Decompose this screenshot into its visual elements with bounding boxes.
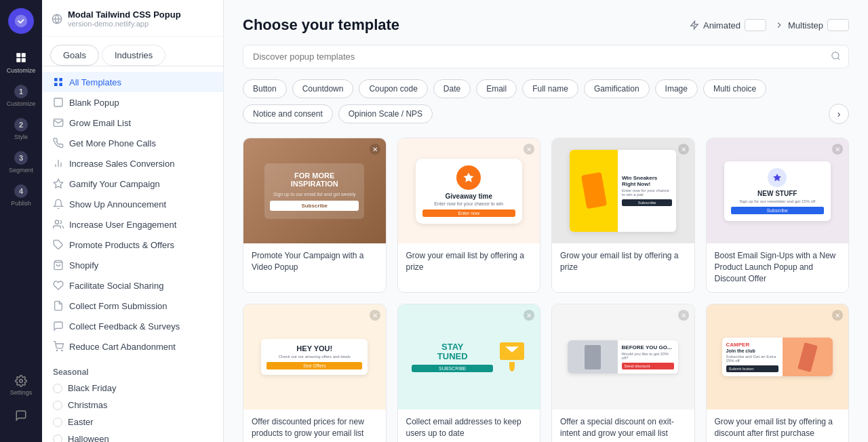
template-title-4: Boost Email Sign-Ups with a New Product … <box>715 250 841 284</box>
template-title-5: Offer discounted prices for new products… <box>252 416 378 439</box>
icon-sidebar: Customize 1 Customize 2 Style 3 Segment … <box>0 0 42 442</box>
filter-coupon-code[interactable]: Coupon code <box>359 79 427 98</box>
nav-item-social-sharing[interactable]: Facilitate Social Sharing <box>42 275 223 296</box>
thumb-inner-7: BEFORE YOU GO... Would you like to get 2… <box>568 340 678 374</box>
template-info-8: Grow your email list by offering a disco… <box>707 409 849 442</box>
template-card-1[interactable]: ✕ FOR MOREINSPIRATION Sign up to our ema… <box>243 138 387 293</box>
multistep-toggle[interactable] <box>827 19 849 31</box>
nav-label-user-engagement: Increase User Engagement <box>69 220 176 230</box>
thumb-close-5: ✕ <box>370 310 380 321</box>
feedback-icon <box>53 321 64 332</box>
seasonal-item-halloween[interactable]: Halloween <box>42 430 223 442</box>
template-card-2[interactable]: ✕ Giveaway time Enter now for your chanc… <box>397 138 541 293</box>
svg-rect-4 <box>22 58 26 62</box>
filter-opinion-scale[interactable]: Opinion Scale / NPS <box>338 104 433 123</box>
nav-label-form-submission: Collect Form Submission <box>69 301 167 311</box>
svg-point-17 <box>55 220 58 224</box>
svg-point-28 <box>832 52 839 58</box>
template-card-4[interactable]: ✕ NEW STUFF Sign up for our newsletter a… <box>706 138 850 293</box>
template-card-3[interactable]: ✕ Win Sneakers Right Now! Enter now for … <box>551 138 695 293</box>
multistep-toggle-group: Multistep <box>774 19 849 31</box>
tab-industries[interactable]: Industries <box>102 45 165 66</box>
template-thumb-7: ✕ BEFORE YOU GO... Would you like to get… <box>552 304 694 409</box>
sidebar-item-chat[interactable] <box>3 405 39 426</box>
sidebar-bottom: Settings <box>3 371 39 434</box>
thumb-close-2: ✕ <box>524 144 534 155</box>
nav-item-blank-popup[interactable]: Blank Popup <box>42 92 223 113</box>
sidebar-item-step2[interactable]: 2 Style <box>3 114 39 144</box>
thumb-title-5: HEY YOU! <box>267 344 362 353</box>
template-card-6[interactable]: ✕ STAYTUNED SUBSCRIBE <box>397 304 541 442</box>
radio-halloween <box>53 435 62 443</box>
template-card-5[interactable]: ✕ HEY YOU! Check out our amazing offers … <box>243 304 387 442</box>
nav-label-announcement: Show Up Announcement <box>69 199 166 209</box>
filter-countdown[interactable]: Countdown <box>292 79 354 98</box>
seasonal-item-easter[interactable]: Easter <box>42 414 223 430</box>
nav-items-section: All Templates Blank Popup Grow Email Lis… <box>42 66 223 362</box>
filter-date[interactable]: Date <box>433 79 471 98</box>
sidebar-label-settings: Settings <box>10 389 33 396</box>
sidebar-item-settings[interactable]: Settings <box>3 371 39 400</box>
template-title-3: Grow your email list by offering a prize <box>560 250 686 273</box>
thumb-sub-5: Check out our amazing offers and deals <box>267 355 362 359</box>
thumb-close-4: ✕ <box>832 144 843 155</box>
filter-next-button[interactable]: › <box>829 104 849 124</box>
filter-full-name[interactable]: Full name <box>522 79 578 98</box>
thumb-sub-8: Subscribe and Get an Extra 25% off <box>726 355 779 363</box>
nav-label-all-templates: All Templates <box>69 77 121 87</box>
thumb-cta-1: Subscribe <box>270 201 359 211</box>
animated-toggle[interactable] <box>745 19 766 31</box>
thumb-inner-1: FOR MOREINSPIRATION Sign up to our email… <box>264 163 364 219</box>
grid-icon <box>53 77 64 87</box>
template-card-8[interactable]: ✕ CAMPER Join the club Subscribe and Get… <box>706 304 850 442</box>
nav-item-form-submission[interactable]: Collect Form Submission <box>42 296 223 316</box>
seasonal-item-black-friday[interactable]: Black Friday <box>42 380 223 397</box>
tag-icon <box>53 239 64 250</box>
tab-goals[interactable]: Goals <box>50 45 99 66</box>
filter-notice-consent[interactable]: Notice and consent <box>243 104 333 123</box>
template-info-6: Collect email addresses to keep users up… <box>398 409 540 442</box>
svg-marker-27 <box>691 21 698 29</box>
mail-icon <box>53 117 64 128</box>
nav-item-cart-abandonment[interactable]: Reduce Cart Abandonment <box>42 336 223 357</box>
app-title-text: Modal Tailwind CSS Popup version-demo.ne… <box>68 9 181 28</box>
sidebar-item-playbook[interactable]: Customize <box>3 47 39 78</box>
template-card-7[interactable]: ✕ BEFORE YOU GO... Would you like to get… <box>551 304 695 442</box>
nav-item-grow-email[interactable]: Grow Email List <box>42 113 223 133</box>
svg-point-21 <box>62 350 62 350</box>
sidebar-item-step3[interactable]: 3 Segment <box>3 147 39 178</box>
svg-rect-11 <box>59 83 62 86</box>
filter-button[interactable]: Button <box>243 79 287 98</box>
nav-item-promote-products[interactable]: Promote Products & Offers <box>42 235 223 255</box>
thumb-title-7: BEFORE YOU GO... <box>622 344 675 350</box>
sidebar-item-step1[interactable]: 1 Customize <box>3 81 39 111</box>
left-nav-panel: Modal Tailwind CSS Popup version-demo.ne… <box>42 0 224 442</box>
app-logo[interactable] <box>8 8 34 34</box>
thumb-icon-4 <box>768 168 787 187</box>
thumb-close-7: ✕ <box>678 310 689 321</box>
nav-item-phone-calls[interactable]: Get More Phone Calls <box>42 133 223 153</box>
nav-item-gamify[interactable]: Gamify Your Campaign <box>42 174 223 194</box>
nav-item-feedback[interactable]: Collect Feedback & Surveys <box>42 316 223 336</box>
nav-label-cart-abandonment: Reduce Cart Abandonment <box>69 342 176 352</box>
search-input[interactable] <box>243 45 849 68</box>
nav-item-announcement[interactable]: Show Up Announcement <box>42 194 223 214</box>
nav-item-sales-conversion[interactable]: Increase Sales Conversion <box>42 153 223 174</box>
app-subtitle: version-demo.netlify.app <box>68 20 181 28</box>
template-thumb-1: ✕ FOR MOREINSPIRATION Sign up to our ema… <box>243 138 386 243</box>
filter-multi-choice[interactable]: Multi choice <box>703 79 766 98</box>
nav-item-all-templates[interactable]: All Templates <box>42 72 223 92</box>
nav-item-user-engagement[interactable]: Increase User Engagement <box>42 214 223 235</box>
seasonal-item-christmas[interactable]: Christmas <box>42 397 223 414</box>
shopify-icon <box>53 260 64 270</box>
nav-item-shopify[interactable]: Shopify <box>42 255 223 275</box>
app-title: Modal Tailwind CSS Popup <box>68 9 181 20</box>
filter-gamification[interactable]: Gamification <box>584 79 650 98</box>
thumb-close-8: ✕ <box>832 310 843 321</box>
filter-email[interactable]: Email <box>476 79 517 98</box>
sidebar-item-step4[interactable]: 4 Publish <box>3 180 39 211</box>
page-title: Choose your template <box>243 16 399 34</box>
thumb-cta-2: Enter now <box>422 209 515 217</box>
svg-point-0 <box>15 15 27 27</box>
filter-image[interactable]: Image <box>655 79 698 98</box>
